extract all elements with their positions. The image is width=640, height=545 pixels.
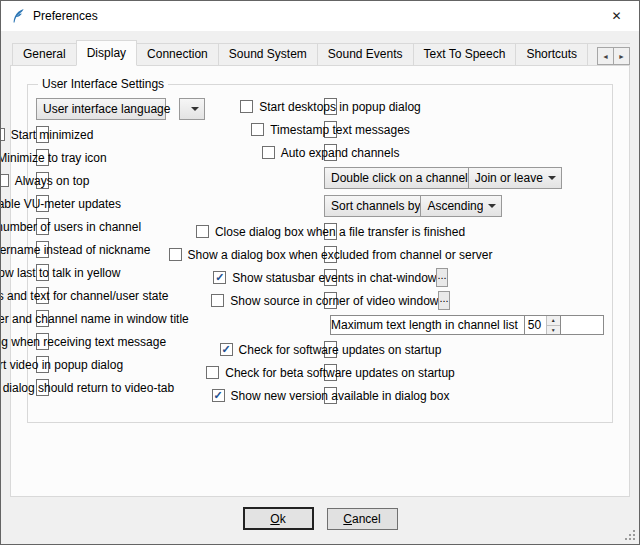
tab-scroll-right-button[interactable]: ► [613, 47, 630, 65]
checkbox-always-on-top[interactable] [0, 174, 9, 187]
timestamp-text-messages-row: Timestamp text messages [324, 121, 337, 138]
start-desktops-in-popup-dialog-row: Start desktops in popup dialog [324, 98, 337, 115]
closed-video-dialog-should-return-to-video-tab-label: Closed video dialog should return to vid… [0, 381, 174, 395]
checkbox-auto-expand-channels[interactable] [262, 146, 275, 159]
check-for-beta-software-updates-on-startup-row: Check for beta software updates on start… [324, 364, 337, 381]
show-source-in-corner-of-video-window-label: Show source in corner of video window [230, 294, 438, 308]
show-new-version-available-in-dialog-box-label: Show new version available in dialog box [231, 389, 450, 403]
show-new-version-available-in-dialog-box-row: ✓Show new version available in dialog bo… [324, 387, 337, 404]
always-on-top-row: Always on top [36, 172, 49, 189]
check-for-beta-software-updates-on-startup-label: Check for beta software updates on start… [225, 366, 454, 380]
title-bar[interactable]: Preferences ✕ [1, 1, 639, 31]
group-title: User Interface Settings [38, 77, 168, 91]
maximum-text-length-in-channel-list-row: Maximum text length in channel list50▲▼ [330, 315, 604, 335]
ok-button[interactable]: Ok [243, 507, 314, 530]
show-username-instead-of-nickname-label: Show username instead of nickname [0, 243, 150, 257]
spin-value: 50 [525, 316, 546, 334]
checkbox-show-new-version-available-in-dialog-box[interactable]: ✓ [212, 389, 225, 402]
double-click-on-a-channel-row: Double click on a channelJoin or leave [324, 167, 472, 189]
right-column: Start desktops in popup dialogTimestamp … [324, 98, 604, 410]
enable-vu-meter-updates-label: Enable VU-meter updates [0, 197, 121, 211]
minimize-to-tray-icon-row: Minimize to tray icon [36, 149, 49, 166]
enable-vu-meter-updates-row: ✓Enable VU-meter updates [36, 195, 49, 212]
maximum-text-length-in-channel-list-label: Maximum text length in channel list [331, 318, 518, 332]
check-icon: ✓ [222, 344, 231, 355]
chevron-down-icon [483, 204, 501, 208]
tab-sound-events[interactable]: Sound Events [317, 43, 414, 66]
start-video-in-popup-dialog-label: Start video in popup dialog [0, 358, 123, 372]
display-tab-panel: User Interface Settings User interface l… [10, 65, 630, 497]
selected-value: Join or leave [475, 171, 543, 185]
checkbox-start-minimized[interactable] [0, 128, 5, 141]
timestamp-text-messages-label: Timestamp text messages [270, 123, 410, 137]
popup-dialog-when-receiving-text-message-row: ✓Popup dialog when receiving text messag… [36, 333, 49, 350]
settings-columns: User interface languageStart minimizedMi… [36, 95, 604, 410]
show-statusbar-events-in-chat-window-label: Show statusbar events in chat-window [232, 271, 436, 285]
checkbox-show-a-dialog-box-when-excluded-from-channel-or-server[interactable] [169, 248, 182, 261]
checkbox-timestamp-text-messages[interactable] [251, 123, 264, 136]
tab-scroll: ◄ ► [597, 47, 630, 65]
check-icon: ✓ [215, 272, 224, 283]
double-click-on-a-channel-select[interactable]: Join or leave [468, 167, 562, 189]
preferences-dialog: Preferences ✕ GeneralDisplayConnectionSo… [0, 0, 640, 545]
user-interface-language-select[interactable] [179, 98, 205, 120]
checkbox-show-statusbar-events-in-chat-window[interactable]: ✓ [213, 271, 226, 284]
closed-video-dialog-should-return-to-video-tab-row: ✓Closed video dialog should return to vi… [36, 379, 49, 396]
spin-down-icon[interactable]: ▼ [547, 326, 560, 335]
tab-bar: GeneralDisplayConnectionSound SystemSoun… [10, 40, 630, 66]
tab-text-to-speech[interactable]: Text To Speech [413, 43, 517, 66]
close-icon: ✕ [611, 9, 621, 23]
show-last-to-talk-in-yellow-row: ✓Show last to talk in yellow [36, 264, 49, 281]
resize-grip[interactable] [625, 530, 636, 541]
checkbox-check-for-software-updates-on-startup[interactable]: ✓ [220, 343, 233, 356]
check-icon: ✓ [213, 390, 222, 401]
double-click-on-a-channel-label: Double click on a channel [331, 171, 468, 185]
show-a-dialog-box-when-excluded-from-channel-or-server-label: Show a dialog box when excluded from cha… [188, 248, 493, 262]
close-dialog-box-when-a-file-transfer-is-finished-row: Close dialog box when a file transfer is… [324, 223, 337, 240]
start-minimized-label: Start minimized [11, 128, 94, 142]
show-both-server-and-channel-name-in-window-title-label: Show both server and channel name in win… [0, 312, 189, 326]
show-last-to-talk-in-yellow-label: Show last to talk in yellow [0, 266, 120, 280]
user-interface-settings-group: User Interface Settings User interface l… [27, 77, 613, 423]
tab-shortcuts[interactable]: Shortcuts [515, 43, 588, 66]
show-a-dialog-box-when-excluded-from-channel-or-server-row: Show a dialog box when excluded from cha… [324, 246, 337, 263]
checkbox-close-dialog-box-when-a-file-transfer-is-finished[interactable] [196, 225, 209, 238]
tab-connection[interactable]: Connection [136, 43, 219, 66]
auto-expand-channels-row: Auto expand channels [324, 144, 337, 161]
tab-general[interactable]: General [12, 43, 77, 66]
auto-expand-channels-label: Auto expand channels [281, 146, 400, 160]
sort-channels-by-row: Sort channels byAscending [324, 195, 472, 217]
show-emojis-and-text-for-channel-user-state-label: Show emojis and text for channel/user st… [0, 289, 168, 303]
show-number-of-users-in-channel-label: Show number of users in channel [0, 220, 141, 234]
checkbox-check-for-beta-software-updates-on-startup[interactable] [206, 366, 219, 379]
always-on-top-label: Always on top [15, 174, 90, 188]
start-desktops-in-popup-dialog-label: Start desktops in popup dialog [259, 100, 420, 114]
show-source-in-corner-of-video-window-more-button[interactable]: ... [438, 291, 449, 310]
popup-dialog-when-receiving-text-message-label: Popup dialog when receiving text message [0, 335, 166, 349]
checkbox-start-desktops-in-popup-dialog[interactable] [240, 100, 253, 113]
tab-sound-system[interactable]: Sound System [218, 43, 318, 66]
show-both-server-and-channel-name-in-window-title-row: ✓Show both server and channel name in wi… [36, 310, 49, 327]
cancel-button[interactable]: Cancel [327, 508, 398, 530]
chevron-down-icon [543, 176, 561, 180]
user-interface-language-label: User interface language [43, 102, 179, 116]
show-statusbar-events-in-chat-window-more-button[interactable]: ... [436, 268, 447, 287]
show-source-in-corner-of-video-window-row: Show source in corner of video window... [324, 292, 337, 309]
checkbox-show-source-in-corner-of-video-window[interactable] [211, 294, 224, 307]
show-statusbar-events-in-chat-window-row: ✓Show statusbar events in chat-window... [324, 269, 337, 286]
close-dialog-box-when-a-file-transfer-is-finished-label: Close dialog box when a file transfer is… [215, 225, 465, 239]
spin-up-icon[interactable]: ▲ [547, 316, 560, 326]
sort-channels-by-label: Sort channels by [331, 199, 420, 213]
tabs-area: GeneralDisplayConnectionSound SystemSoun… [1, 31, 639, 497]
selected-value: Ascending [427, 199, 483, 213]
start-minimized-row: Start minimized [36, 126, 49, 143]
user-interface-language-row: User interface language [36, 98, 166, 120]
close-button[interactable]: ✕ [594, 1, 639, 31]
maximum-text-length-in-channel-list-spinner[interactable]: 50▲▼ [524, 315, 561, 335]
start-video-in-popup-dialog-row: Start video in popup dialog [36, 356, 49, 373]
tab-scroll-left-button[interactable]: ◄ [597, 47, 614, 65]
sort-channels-by-select[interactable]: Ascending [420, 195, 502, 217]
spin-buttons: ▲▼ [546, 316, 560, 334]
app-icon [10, 8, 26, 24]
tab-display[interactable]: Display [76, 40, 137, 66]
